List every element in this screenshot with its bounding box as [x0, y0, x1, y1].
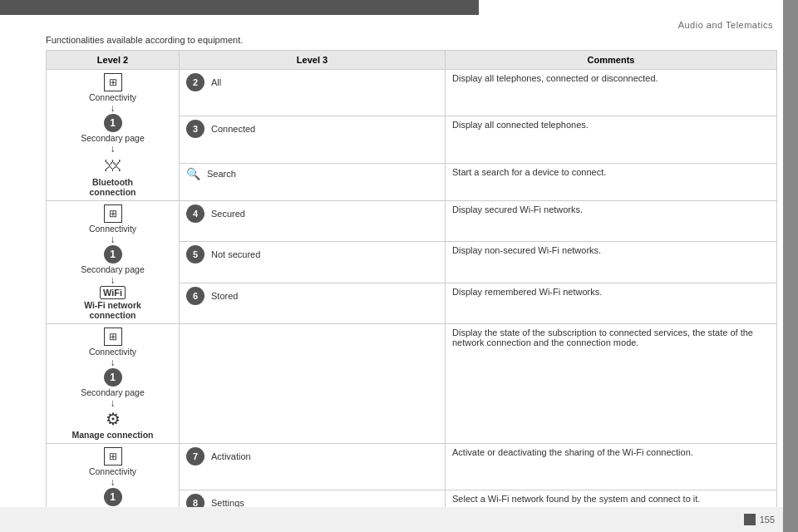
level3-connected-row: 3 Connected [186, 120, 438, 138]
col-header-comments: Comments [446, 51, 777, 70]
level3-manage-cell [180, 324, 446, 444]
level3-activation-row: 7 Activation [186, 447, 438, 466]
secured-label: Secured [211, 209, 245, 219]
num7-icon: 7 [186, 447, 204, 466]
table-row: ⊞ Connectivity ↓ 1 Secondary page ↓ 👥 Sh… [47, 444, 777, 490]
level2-manage-cell: ⊞ Connectivity ↓ 1 Secondary page ↓ ⚙ Ma… [47, 324, 180, 444]
secondary-label-wifi: Secondary page [81, 264, 144, 274]
level3-notsecured-row: 5 Not secured [186, 245, 438, 264]
level3-connected-cell: 3 Connected [180, 116, 446, 163]
nav-path-bt: ⊞ Connectivity ↓ 1 Secondary page ↓ ⯵ Bl… [53, 73, 172, 197]
num1-icon-bt: 1 [104, 114, 122, 132]
search-icon: 🔍 [186, 167, 200, 180]
col-header-level2: Level 2 [47, 51, 180, 70]
arrow2-manage: ↓ [111, 398, 116, 408]
manage-label: Manage connection [71, 430, 153, 440]
main-table: Level 2 Level 3 Comments ⊞ Connectivity … [46, 50, 777, 532]
grid-icon-share: ⊞ [104, 447, 122, 466]
arrow1-manage: ↓ [111, 357, 116, 367]
num2-icon: 2 [186, 73, 204, 91]
subtitle: Functionalities available according to e… [0, 32, 798, 50]
level3-all-cell: 2 All [180, 70, 446, 116]
page-number: 155 [760, 515, 775, 525]
manage-icon: ⚙ [106, 409, 121, 429]
arrow1-share: ↓ [111, 477, 116, 487]
header-bar [0, 0, 479, 15]
settings-label: Settings [211, 498, 244, 508]
arrow1-wifi: ↓ [111, 234, 116, 244]
secondary-label-manage: Secondary page [81, 387, 144, 397]
num5-icon: 5 [186, 245, 204, 264]
num1-icon-manage: 1 [104, 368, 122, 387]
wifi-icon: WiFi [100, 286, 126, 299]
comments-notsecured: Display non-secured Wi-Fi networks. [446, 242, 777, 283]
level3-search-cell: 🔍 Search [180, 163, 446, 200]
page-title: Audio and Telematics [678, 20, 773, 30]
stored-label: Stored [211, 291, 238, 301]
search-label: Search [207, 169, 236, 179]
page: Audio and Telematics Functionalities ava… [0, 0, 798, 532]
all-label: All [211, 77, 221, 87]
arrow2-bt: ↓ [111, 144, 116, 154]
arrow1-bt: ↓ [111, 103, 116, 113]
grid-icon-bt: ⊞ [104, 73, 122, 91]
wifi-label: Wi-Fi networkconnection [84, 300, 141, 320]
level3-activation-cell: 7 Activation [180, 444, 446, 490]
level2-wifi-cell: ⊞ Connectivity ↓ 1 Secondary page ↓ WiFi… [47, 201, 180, 324]
num4-icon: 4 [186, 204, 204, 223]
table-row: ⊞ Connectivity ↓ 1 Secondary page ↓ WiFi… [47, 201, 777, 242]
comments-all: Display all telephones, connected or dis… [446, 70, 777, 116]
level3-secured-cell: 4 Secured [180, 201, 446, 242]
comments-stored: Display remembered Wi-Fi networks. [446, 283, 777, 323]
level3-all-row: 2 All [186, 73, 438, 91]
page-indicator-icon [744, 514, 756, 525]
connectivity-label-share: Connectivity [89, 466, 136, 476]
level3-stored-row: 6 Stored [186, 287, 438, 305]
num1-icon-share: 1 [104, 488, 122, 506]
connected-label: Connected [211, 124, 255, 134]
comments-activation: Activate or deactivating the sharing of … [446, 444, 777, 490]
num3-icon: 3 [186, 120, 204, 138]
bt-label: Bluetoothconnection [89, 177, 135, 197]
table-row: ⊞ Connectivity ↓ 1 Secondary page ↓ ⯵ Bl… [47, 70, 777, 116]
grid-icon-manage: ⊞ [104, 328, 122, 346]
notsecured-label: Not secured [211, 249, 260, 259]
comments-secured: Display secured Wi-Fi networks. [446, 201, 777, 242]
col-header-level3: Level 3 [180, 51, 446, 70]
num1-icon-wifi: 1 [104, 245, 122, 264]
comments-connected: Display all connected telephones. [446, 116, 777, 163]
connectivity-label-bt: Connectivity [89, 92, 136, 102]
table-row: ⊞ Connectivity ↓ 1 Secondary page ↓ ⚙ Ma… [47, 324, 777, 444]
comments-manage: Display the state of the subscription to… [446, 324, 777, 444]
level3-stored-cell: 6 Stored [180, 283, 446, 323]
grid-icon-wifi: ⊞ [104, 204, 122, 223]
top-section: Audio and Telematics [0, 15, 798, 32]
nav-path-wifi: ⊞ Connectivity ↓ 1 Secondary page ↓ WiFi… [53, 204, 172, 320]
right-scrollbar[interactable] [783, 0, 798, 532]
level2-bt-cell: ⊞ Connectivity ↓ 1 Secondary page ↓ ⯵ Bl… [47, 70, 180, 201]
nav-path-manage: ⊞ Connectivity ↓ 1 Secondary page ↓ ⚙ Ma… [53, 328, 172, 440]
secondary-label-bt: Secondary page [81, 133, 144, 143]
connectivity-label-wifi: Connectivity [89, 224, 136, 234]
bt-icon: ⯵ [104, 155, 122, 176]
footer-bar: 155 [0, 507, 783, 532]
comments-search: Start a search for a device to connect. [446, 163, 777, 200]
level3-secured-row: 4 Secured [186, 204, 438, 223]
num6-icon: 6 [186, 287, 204, 305]
arrow2-wifi: ↓ [111, 275, 116, 285]
activation-label: Activation [211, 451, 251, 461]
connectivity-label-manage: Connectivity [89, 347, 136, 357]
level3-notsecured-cell: 5 Not secured [180, 242, 446, 283]
level3-search-row: 🔍 Search [186, 167, 438, 180]
